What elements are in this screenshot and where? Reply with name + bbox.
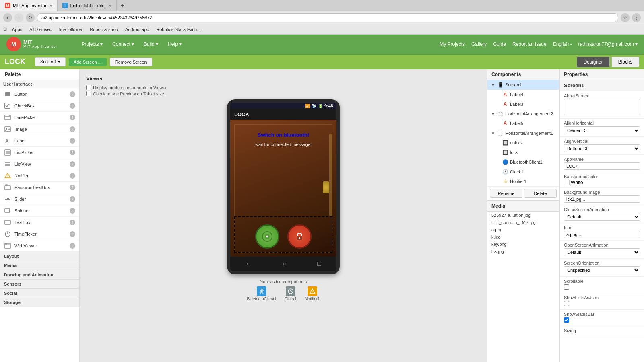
palette-timepicker[interactable]: TimePicker ? — [0, 228, 79, 240]
bookmark-atd[interactable]: ATD smvec — [27, 26, 54, 33]
tree-toggle-ha1[interactable]: ▼ — [491, 131, 495, 136]
datepicker-help-icon[interactable]: ? — [70, 115, 75, 120]
listview-help-icon[interactable]: ? — [70, 161, 75, 167]
unlock-button[interactable] — [255, 224, 279, 249]
open-screen-animation-select[interactable]: Default — [564, 248, 640, 256]
bookmark-button[interactable]: ☆ — [621, 13, 630, 22]
tree-toggle-ha2[interactable]: ▼ — [491, 111, 495, 116]
palette-slider[interactable]: Slider ? — [0, 193, 79, 205]
about-screen-input[interactable] — [564, 99, 640, 115]
bookmark-robotics-stack[interactable]: Robotics Stack Exch... — [154, 26, 202, 33]
tablet-preview-checkbox[interactable] — [86, 91, 91, 96]
media-item-5[interactable]: lck.jpg — [487, 248, 559, 255]
nav-build[interactable]: Build ▾ — [140, 40, 162, 49]
media-item-2[interactable]: a.png — [487, 226, 559, 233]
bookmark-robotics[interactable]: Robotics shop — [88, 26, 120, 33]
rename-button[interactable]: Rename — [490, 189, 522, 198]
palette-listpicker[interactable]: ListPicker ? — [0, 147, 79, 158]
passwordtextbox-help-icon[interactable]: ? — [70, 185, 75, 190]
media-item-1[interactable]: LTL_conn...n_LMS.jpg — [487, 219, 559, 226]
palette-image[interactable]: Image ? — [0, 123, 79, 135]
tablet-preview-option[interactable]: Check to see Preview on Tablet size. — [86, 91, 481, 96]
spinner-help-icon[interactable]: ? — [70, 208, 75, 214]
label-help-icon[interactable]: ? — [70, 138, 75, 144]
gallery-link[interactable]: Gallery — [471, 41, 487, 47]
nav-help[interactable]: Help ▾ — [164, 40, 186, 49]
palette-button[interactable]: Button ? — [0, 88, 79, 100]
show-lists-as-json-checkbox[interactable] — [564, 301, 569, 306]
media-item-4[interactable]: key.png — [487, 241, 559, 248]
component-ha2[interactable]: ▼ ⬚ HorizontalArrangement2 — [487, 109, 559, 119]
app-name-input[interactable] — [564, 162, 640, 170]
component-bluetooth1[interactable]: 🔵 BluetoothClient1 — [487, 157, 559, 167]
scrollable-checkbox[interactable] — [564, 284, 569, 290]
display-hidden-checkbox[interactable] — [86, 85, 91, 90]
component-label4[interactable]: A Label4 — [487, 90, 559, 99]
guide-link[interactable]: Guide — [493, 41, 506, 47]
display-hidden-option[interactable]: Display hidden components in Viewer — [86, 85, 481, 90]
palette-drawing-category[interactable]: Drawing and Animation — [0, 270, 79, 280]
nav-connect[interactable]: Connect ▾ — [108, 40, 138, 49]
screen-select-button[interactable]: Screen1 ▾ — [35, 57, 66, 66]
notifier-help-icon[interactable]: ? — [70, 173, 75, 179]
component-label3[interactable]: A Label3 — [487, 99, 559, 109]
report-issue-link[interactable]: Report an Issue — [512, 41, 547, 47]
background-color-selector[interactable]: White — [564, 180, 640, 185]
home-nav-icon[interactable]: ○ — [283, 260, 287, 267]
palette-sensors-category[interactable]: Sensors — [0, 280, 79, 289]
palette-spinner[interactable]: Spinner ? — [0, 205, 79, 217]
recents-nav-icon[interactable]: □ — [317, 260, 321, 267]
align-vertical-select[interactable]: Bottom : 3 — [564, 144, 640, 152]
refresh-button[interactable]: ↻ — [26, 13, 35, 22]
show-status-bar-checkbox[interactable] — [564, 317, 569, 323]
timepicker-help-icon[interactable]: ? — [70, 231, 75, 237]
align-horizontal-select[interactable]: Center : 3 — [564, 126, 640, 134]
component-unlock[interactable]: 🔲 unlock — [487, 138, 559, 148]
palette-social-category[interactable]: Social — [0, 289, 79, 298]
checkbox-help-icon[interactable]: ? — [70, 103, 75, 109]
blocks-button[interactable]: Blocks — [611, 57, 639, 67]
component-screen1[interactable]: ▼ 📱 Screen1 — [487, 80, 559, 90]
palette-media-category[interactable]: Media — [0, 261, 79, 270]
palette-checkbox[interactable]: CheckBox ? — [0, 100, 79, 112]
palette-notifier[interactable]: ! Notifier ? — [0, 170, 79, 182]
listpicker-help-icon[interactable]: ? — [70, 150, 75, 155]
bookmark-line[interactable]: line follower — [57, 26, 85, 33]
palette-layout-category[interactable]: Layout — [0, 252, 79, 261]
bookmark-android[interactable]: Android app — [123, 26, 151, 33]
language-selector[interactable]: English - — [553, 41, 572, 47]
close-tab2-icon[interactable]: ✕ — [108, 4, 111, 8]
bookmark-apps[interactable]: Apps — [10, 26, 24, 33]
screen-orientation-select[interactable]: Unspecified — [564, 266, 640, 274]
textbox-help-icon[interactable]: ? — [70, 220, 75, 225]
palette-storage-category[interactable]: Storage — [0, 298, 79, 307]
designer-button[interactable]: Designer — [577, 57, 610, 67]
address-bar[interactable] — [37, 13, 618, 22]
back-nav-icon[interactable]: ← — [246, 260, 252, 267]
tab-instructable-editor[interactable]: I Instructable Editor ✕ — [58, 0, 117, 11]
delete-button[interactable]: Delete — [524, 189, 557, 198]
image-help-icon[interactable]: ? — [70, 126, 75, 132]
add-screen-button[interactable]: Add Screen ... — [69, 58, 107, 66]
background-image-input[interactable] — [564, 195, 640, 203]
webviewer-help-icon[interactable]: ? — [70, 243, 75, 249]
tree-toggle-screen1[interactable]: ▼ — [491, 82, 495, 87]
media-item-3[interactable]: k.ico — [487, 233, 559, 241]
component-lock[interactable]: 🔲 lock — [487, 148, 559, 157]
tab-mit-app-inventor[interactable]: M MIT App Inventor ✕ — [0, 0, 58, 11]
close-screen-animation-select[interactable]: Default — [564, 213, 640, 221]
palette-label[interactable]: A Label ? — [0, 135, 79, 147]
close-tab-icon[interactable]: ✕ — [49, 4, 52, 8]
remove-screen-button[interactable]: Remove Screen — [110, 58, 152, 66]
lock-button[interactable] — [287, 224, 312, 249]
back-button[interactable]: ‹ — [3, 13, 12, 22]
nav-projects[interactable]: Projects ▾ — [77, 40, 107, 49]
forward-button[interactable]: › — [14, 13, 23, 22]
my-projects-link[interactable]: My Projects — [440, 41, 465, 47]
palette-listview[interactable]: ListView ? — [0, 158, 79, 170]
palette-passwordtextbox[interactable]: PasswordTextBox ? — [0, 182, 79, 193]
menu-button[interactable]: ⋮ — [632, 13, 641, 22]
component-label5[interactable]: A Label5 — [487, 119, 559, 128]
button-help-icon[interactable]: ? — [70, 91, 75, 97]
palette-textbox[interactable]: TextBox ? — [0, 217, 79, 228]
